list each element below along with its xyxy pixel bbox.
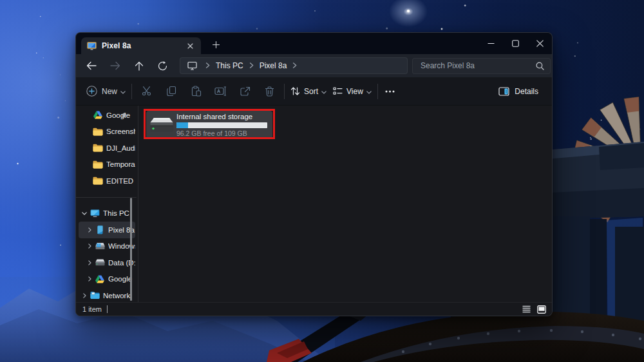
storage-usage-fill [176, 122, 188, 128]
sort-button[interactable]: Sort [287, 81, 330, 102]
toolbar-separator [377, 84, 378, 99]
chevron-right-icon[interactable] [86, 276, 93, 281]
phone-icon [95, 225, 105, 235]
paste-button[interactable] [184, 81, 208, 102]
sort-icon [290, 86, 300, 96]
new-icon [86, 86, 97, 97]
chevron-right-icon[interactable] [81, 293, 88, 298]
sidebar-item-screenshots[interactable]: Screenshots [79, 124, 135, 140]
close-window-button[interactable] [527, 34, 552, 53]
command-toolbar: New Sort [76, 77, 552, 106]
breadcrumb-chevron-icon [292, 62, 297, 70]
forward-button[interactable] [105, 56, 125, 75]
storage-capacity-text: 96.2 GB free of 109 GB [176, 129, 267, 137]
sidebar-item-label: EDITED [106, 177, 135, 185]
tab-bar: Pixel 8a [76, 33, 552, 54]
tab-title: Pixel 8a [102, 41, 184, 50]
internal-storage-item[interactable]: Internal shared storage 96.2 GB free of … [146, 111, 272, 139]
sidebar-scrollbar-thumb[interactable] [130, 198, 133, 301]
this-pc-icon [90, 208, 100, 218]
view-button[interactable]: View [330, 81, 375, 102]
cut-button[interactable] [135, 81, 159, 102]
sort-label: Sort [304, 87, 318, 96]
share-button[interactable] [232, 81, 257, 102]
toolbar-separator [284, 84, 285, 99]
sidebar-item-google-tree[interactable]: Google [79, 271, 135, 288]
sidebar-item-data-drive[interactable]: Data (D:) [79, 254, 135, 271]
large-icons-view-toggle[interactable] [536, 305, 547, 314]
tab-this-pc-icon [87, 42, 97, 50]
storage-item-name: Internal shared storage [176, 113, 267, 121]
chevron-right-icon[interactable] [86, 227, 93, 233]
address-bar[interactable]: This PC Pixel 8a [180, 57, 408, 74]
network-icon [90, 291, 100, 301]
new-label: New [102, 87, 117, 96]
refresh-button[interactable] [153, 56, 173, 75]
details-pane-icon [498, 87, 509, 96]
breadcrumb-pixel-8a[interactable]: Pixel 8a [260, 61, 287, 70]
google-drive-icon [95, 274, 105, 284]
search-input[interactable]: Search Pixel 8a [412, 58, 551, 74]
rename-button[interactable] [208, 81, 232, 102]
storage-usage-bar [176, 122, 267, 128]
new-tab-button[interactable] [207, 37, 224, 52]
new-button[interactable]: New [83, 81, 129, 102]
chevron-down-icon [366, 87, 372, 96]
explorer-tab[interactable]: Pixel 8a [81, 37, 201, 54]
chevron-down-icon [120, 87, 126, 96]
google-drive-icon [93, 110, 103, 120]
search-icon[interactable] [536, 62, 544, 70]
storage-drive-icon [149, 115, 175, 135]
breadcrumb-chevron-icon [249, 62, 254, 70]
maximize-button[interactable] [503, 34, 527, 53]
files-pane[interactable]: Internal shared storage 96.2 GB free of … [138, 106, 552, 302]
explorer-content: Google Screenshots DJI_Audio [76, 106, 552, 302]
storage-item-body: Internal shared storage 96.2 GB free of … [175, 113, 267, 137]
sidebar-item-google-pinned[interactable]: Google [79, 107, 135, 124]
windows-drive-icon [95, 241, 105, 251]
sidebar-item-this-pc[interactable]: This PC [79, 205, 135, 222]
chevron-right-icon[interactable] [86, 260, 93, 265]
chevron-right-icon[interactable] [86, 243, 93, 249]
sidebar-item-label: Screenshots [106, 128, 135, 135]
toolbar-separator [131, 84, 132, 99]
back-button[interactable] [81, 56, 101, 75]
delete-button[interactable] [257, 81, 281, 102]
view-label: View [346, 87, 363, 96]
sidebar-item-dji-audio[interactable]: DJI_Audio [79, 140, 135, 157]
sidebar-item-windows-drive[interactable]: Windows [79, 238, 135, 255]
chevron-down-icon [321, 87, 327, 96]
sidebar-item-label: DJI_Audio [106, 144, 135, 152]
tab-close-icon[interactable] [184, 40, 196, 52]
breadcrumb-chevron-icon [205, 62, 210, 70]
search-placeholder: Search Pixel 8a [421, 61, 536, 70]
status-divider [107, 305, 108, 313]
sidebar-item-temporary[interactable]: Temporary [79, 157, 135, 173]
view-icon [333, 87, 343, 95]
minimize-button[interactable] [478, 34, 503, 53]
more-options-button[interactable] [381, 81, 400, 102]
details-button[interactable]: Details [493, 81, 544, 102]
sidebar-item-edited[interactable]: EDITED [79, 173, 135, 189]
file-explorer-window: Pixel 8a [75, 32, 553, 316]
items-count: 1 item [82, 305, 102, 313]
sidebar-item-pixel-8a[interactable]: Pixel 8a [79, 222, 135, 238]
navigation-pane: Google Screenshots DJI_Audio [76, 106, 138, 302]
folder-icon [93, 176, 103, 186]
drive-icon [95, 258, 105, 268]
copy-button[interactable] [159, 81, 184, 102]
sidebar-item-network[interactable]: Network [79, 287, 135, 304]
details-label: Details [515, 87, 538, 96]
folder-icon [93, 159, 103, 169]
pin-icon [120, 111, 127, 120]
breadcrumb-this-pc[interactable]: This PC [216, 61, 243, 70]
window-caption-controls [478, 33, 552, 54]
status-bar: 1 item [76, 302, 552, 316]
chevron-down-icon[interactable] [81, 212, 88, 215]
sidebar-item-label: Temporary [106, 160, 135, 168]
up-button[interactable] [129, 56, 149, 75]
breadcrumb-monitor-icon[interactable] [187, 61, 197, 70]
details-view-toggle[interactable] [521, 305, 532, 314]
folder-icon [93, 126, 103, 137]
sidebar-separator [76, 197, 137, 198]
